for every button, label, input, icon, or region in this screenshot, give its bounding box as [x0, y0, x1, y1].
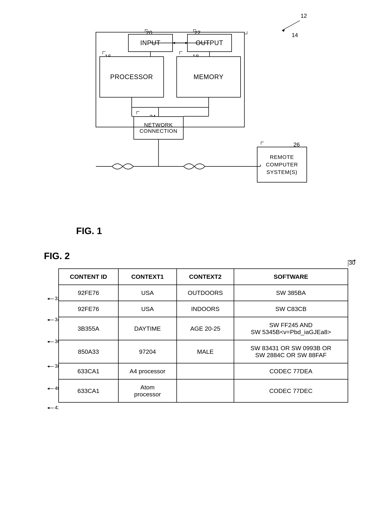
cell-context2-1: OUTDOORS [177, 285, 234, 301]
cell-software-6: CODEC 77DEC [234, 379, 348, 402]
table-row: 92FE76 USA INDOORS SW C83CB [59, 301, 348, 317]
table-row: 3B355A DAYTIME AGE 20-25 SW FF245 ANDSW … [59, 317, 348, 340]
input-box: INPUT [128, 34, 173, 52]
processor-box: PROCESSOR [99, 56, 164, 98]
cell-context2-5 [177, 363, 234, 379]
svg-marker-21 [282, 29, 285, 32]
cell-context1-5: A4 processor [118, 363, 177, 379]
data-table: CONTENT ID CONTEXT1 CONTEXT2 SOFTWARE 92… [58, 268, 348, 403]
cell-content-id-2: 92FE76 [59, 301, 118, 317]
col-header-context1: CONTEXT1 [118, 269, 177, 285]
cell-context1-1: USA [118, 285, 177, 301]
cell-context1-4: 97204 [118, 340, 177, 363]
svg-marker-25 [47, 319, 49, 321]
svg-text:34: 34 [55, 317, 58, 322]
svg-marker-22 [355, 259, 356, 261]
cell-context1-6: Atomprocessor [118, 379, 177, 402]
page: 12 14 20 22 16 18 24 26 INPUT OUTPUT PRO… [0, 0, 392, 532]
table-header-row: CONTENT ID CONTEXT1 CONTEXT2 SOFTWARE [59, 269, 348, 285]
svg-text:42: 42 [55, 405, 58, 410]
cell-context2-3: AGE 20-25 [177, 317, 234, 340]
table-row: 850A33 97204 MALE SW 83431 OR SW 0993B O… [59, 340, 348, 363]
ref30-bracket-svg [346, 259, 357, 268]
cell-software-4: SW 83431 OR SW 0993B ORSW 2884C OR SW 88… [234, 340, 348, 363]
cell-content-id-5: 633CA1 [59, 363, 118, 379]
cell-content-id-4: 850A33 [59, 340, 118, 363]
svg-marker-27 [47, 341, 49, 343]
ref-12: 12 [301, 13, 307, 19]
col-header-content-id: CONTENT ID [59, 269, 118, 285]
network-box: NETWORK CONNECTION [133, 116, 184, 140]
fig2-label: FIG. 2 [44, 251, 348, 261]
cell-software-1: SW 385BA [234, 285, 348, 301]
col-header-software: SOFTWARE [234, 269, 348, 285]
svg-text:40: 40 [55, 385, 58, 391]
cell-context2-4: MALE [177, 340, 234, 363]
svg-text:32: 32 [55, 296, 58, 301]
cell-content-id-3: 3B355A [59, 317, 118, 340]
svg-text:36: 36 [55, 339, 58, 344]
cell-content-id-6: 633CA1 [59, 379, 118, 402]
fig2-container: FIG. 2 30 CONTENT ID CONTEXT1 CONTEXT2 [44, 251, 348, 403]
svg-marker-23 [47, 298, 49, 300]
memory-box: MEMORY [176, 56, 241, 98]
svg-text:38: 38 [55, 363, 58, 369]
fig1-label: FIG. 1 [76, 225, 102, 236]
svg-marker-31 [47, 387, 49, 390]
cell-context1-3: DAYTIME [118, 317, 177, 340]
ref-14: 14 [292, 32, 298, 38]
output-box: OUTPUT [187, 34, 232, 52]
table-wrapper: 30 CONTENT ID CONTEXT1 CONTEXT2 SOFTWARE [58, 268, 348, 403]
cell-context1-2: USA [118, 301, 177, 317]
table-row: 633CA1 A4 processor CODEC 77DEA [59, 363, 348, 379]
svg-marker-33 [47, 407, 49, 409]
fig1-diagram: 12 14 20 22 16 18 24 26 INPUT OUTPUT PRO… [71, 11, 321, 240]
cell-software-5: CODEC 77DEA [234, 363, 348, 379]
cell-content-id-1: 92FE76 [59, 285, 118, 301]
cell-software-2: SW C83CB [234, 301, 348, 317]
cell-context2-2: INDOORS [177, 301, 234, 317]
svg-marker-29 [47, 365, 49, 368]
svg-line-20 [282, 21, 300, 30]
cell-context2-6 [177, 379, 234, 402]
remote-box: REMOTE COMPUTER SYSTEM(S) [257, 147, 307, 182]
col-header-context2: CONTEXT2 [177, 269, 234, 285]
table-row: 92FE76 USA OUTDOORS SW 385BA [59, 285, 348, 301]
table-row: 633CA1 Atomprocessor CODEC 77DEC [59, 379, 348, 402]
row-ref-labels-svg: 32 34 36 38 40 42 [44, 283, 58, 419]
cell-software-3: SW FF245 ANDSW 5345B<v=Pbd_iaGJEa8> [234, 317, 348, 340]
